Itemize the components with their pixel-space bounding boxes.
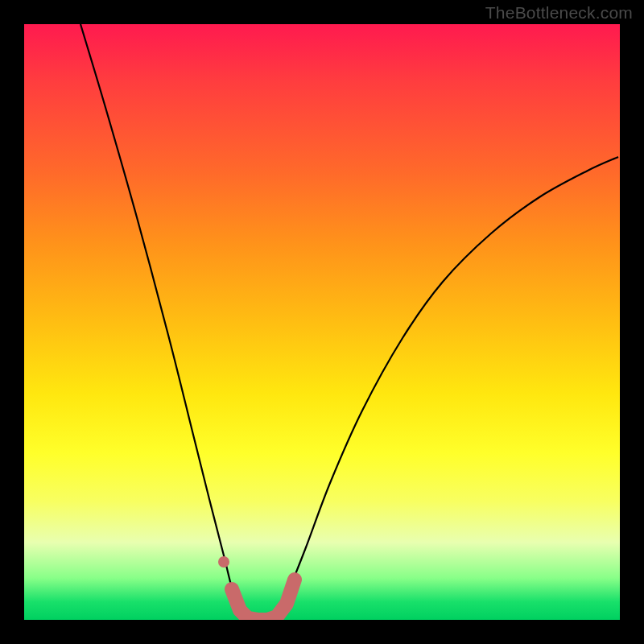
watermark-text: TheBottleneck.com [485, 3, 633, 23]
bead-dot [218, 556, 229, 568]
plot-area [24, 24, 620, 620]
curve-svg [24, 24, 620, 620]
bead-group [218, 556, 295, 620]
bottleneck-curve [80, 24, 618, 620]
bead-stroke [232, 580, 295, 620]
chart-stage: TheBottleneck.com [0, 0, 644, 644]
